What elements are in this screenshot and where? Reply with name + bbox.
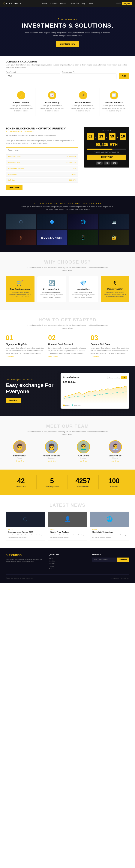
news-date-2: July 14 xyxy=(92,529,127,530)
feature-icon-1: 📈 xyxy=(48,91,56,99)
payment-btc: BTC xyxy=(111,161,117,164)
countdown-minutes: 59 xyxy=(109,133,115,140)
token-search-input[interactable] xyxy=(6,148,78,153)
news-heading: LATEST NEWS xyxy=(6,502,129,508)
feature-title-0: Instant Connect xyxy=(9,101,33,103)
why-icon-0: 🛒 xyxy=(8,280,32,286)
countdown-label: ICO Ends In xyxy=(87,130,126,132)
footer-link-3[interactable]: Portfolio xyxy=(49,565,86,567)
member-role-2: Designer xyxy=(69,457,98,459)
nav-portfolio[interactable]: Portfolio xyxy=(60,2,67,4)
nav-token[interactable]: Token Sale xyxy=(70,2,79,4)
step-link-0[interactable]: Learn More › xyxy=(6,356,15,358)
token-right: ICO Ends In 01 : 23 : 59 : 16 98,235 ETH… xyxy=(84,127,129,190)
footer-newsletter-form: Subscribe xyxy=(92,558,129,562)
nav-about[interactable]: About Us xyxy=(50,2,58,4)
footer-logo: BLT CURICO xyxy=(6,554,43,557)
nav-register[interactable]: Register xyxy=(122,2,132,5)
step-num-2: 03 xyxy=(91,334,129,342)
member-name-3: JONATHAN GO xyxy=(101,455,129,457)
footer-newsletter-title: Newsletter xyxy=(92,554,129,556)
payment-icons: VISA MC BTC xyxy=(87,161,126,164)
countdown-hours: 23 xyxy=(98,133,105,140)
footer-copyright: © 2024 BLT Curico. All Rights Reserved. xyxy=(6,577,33,579)
why-section: WHY CHOOSE US? Lorem ipsum dolor sit ame… xyxy=(0,252,135,310)
why-icon-2: 💎 xyxy=(72,280,95,286)
footer-col-newsletter: Newsletter Subscribe xyxy=(92,554,129,571)
eth-sub: RAISED AMOUNT TO REACHED xyxy=(87,151,126,153)
grid-img-7: 🔐 xyxy=(99,230,129,245)
step-desc-1: Lorem ipsum dolor sit amet, consectetur … xyxy=(48,347,87,355)
nav-login[interactable]: Login xyxy=(116,2,121,5)
news-desc-1: Lorem ipsum dolor sit amet, consectetur … xyxy=(50,534,85,538)
nav-blog[interactable]: Blog xyxy=(81,2,85,4)
footer-link-0[interactable]: Home xyxy=(49,558,86,559)
invest-button[interactable]: INVEST NOW xyxy=(87,155,126,160)
exchange-tag: That Changed The World xyxy=(6,379,55,381)
token-learn-more-button[interactable]: Learn More xyxy=(6,185,23,190)
nav-home[interactable]: Home xyxy=(42,2,47,4)
hero-title: INVESTMENTS & SOLUTIONS. xyxy=(7,22,128,29)
chart-tab-1d[interactable]: 1D xyxy=(107,376,113,379)
member-role-1: Developer xyxy=(37,457,66,459)
news-section: LATEST NEWS ⬡ July 10 Cryptocurrency Tre… xyxy=(0,495,135,548)
news-desc-0: Lorem ipsum dolor sit amet, consectetur … xyxy=(8,534,43,538)
news-img-1: 👤 xyxy=(48,512,87,527)
news-img-0: ⬡ xyxy=(6,512,45,527)
token-row-label-0: Token Sale Start xyxy=(8,156,21,158)
token-subtitle: BLOCKCHAIN CRYPTOCURRENCY xyxy=(6,131,78,133)
calc-row: From Amount From Amount To Add xyxy=(6,71,129,79)
nav-auth: Login Register xyxy=(116,2,132,5)
footer-newsletter-input[interactable] xyxy=(92,558,116,562)
progress-fill xyxy=(87,149,113,150)
token-row-4: Soft Cap 500 ETH xyxy=(6,178,78,183)
stat-1: 5 Years Experience xyxy=(37,475,67,490)
features-section: ⚡ Instant Connect Lorem ipsum dolor sit … xyxy=(0,82,135,121)
why-icon-3: € xyxy=(103,280,127,286)
token-row-1: Token Sale End 31 Dec 2024 xyxy=(6,160,78,165)
nav-contact[interactable]: Contact xyxy=(88,2,94,4)
calc-to-input[interactable] xyxy=(62,73,116,79)
news-date-1: July 12 xyxy=(50,529,85,530)
grid-img-4: ₿ xyxy=(6,230,36,245)
footer-link-4[interactable]: Contact xyxy=(49,568,86,570)
calc-from-input[interactable] xyxy=(6,73,60,79)
footer-link-2[interactable]: Services xyxy=(49,563,86,564)
feature-card-1: 📈 Instant Trading Lorem ipsum dolor sit … xyxy=(38,88,66,116)
why-title-1: Exchange Crypto xyxy=(40,288,64,290)
why-title-3: Money Transfer xyxy=(103,288,127,290)
chart-tab-1m[interactable]: 1M xyxy=(121,376,127,379)
team-description: Lorem ipsum dolor sit amet, consectetur … xyxy=(24,430,111,436)
chart-tab-1w[interactable]: 1W xyxy=(114,376,120,379)
step-desc-0: Lorem ipsum dolor sit amet, consectetur … xyxy=(6,347,44,355)
footer-newsletter-button[interactable]: Subscribe xyxy=(116,558,129,562)
footer-link-1[interactable]: About Us xyxy=(49,560,86,562)
news-body-1: July 12 Bitcoin Price Analysis Lorem ips… xyxy=(48,527,87,540)
feature-title-3: Detailed Statistics xyxy=(102,101,126,103)
step-desc-2: Lorem ipsum dolor sit amet, consectetur … xyxy=(91,347,129,355)
why-card-2: 💎 Invest & Earn Lorem ipsum dolor sit am… xyxy=(69,276,98,302)
footer: BLT CURICO Lorem ipsum dolor sit amet, c… xyxy=(0,548,135,583)
why-desc-0: Lorem ipsum dolor sit amet, consectetur … xyxy=(8,291,32,298)
feature-card-2: 💰 No Hidden Fees Lorem ipsum dolor sit a… xyxy=(69,88,97,116)
feature-card-0: ⚡ Instant Connect Lorem ipsum dolor sit … xyxy=(7,88,35,116)
news-body-0: July 10 Cryptocurrency Trends 2024 Lorem… xyxy=(6,527,45,540)
hero-cta-button[interactable]: Buy Coins Now xyxy=(56,41,79,47)
countdown-days: 01 xyxy=(87,133,94,140)
step-link-2[interactable]: Learn More › xyxy=(91,356,100,358)
calc-title: CURRENCY CALCULATOR xyxy=(6,60,129,63)
news-img-2: 🌐 xyxy=(90,512,129,527)
feature-icon-0: ⚡ xyxy=(17,91,25,99)
exchange-button[interactable]: Buy Now xyxy=(6,398,21,403)
stat-0: 42 Crypto Coins xyxy=(6,475,37,490)
legend-bitcoin: Bitcoin xyxy=(63,404,70,406)
stat-num-3: 100 xyxy=(101,477,128,485)
step-link-1[interactable]: Learn More › xyxy=(48,356,58,358)
feature-desc-0: Lorem ipsum dolor sit amet, consectetur … xyxy=(9,105,33,112)
calc-add-button[interactable]: Add xyxy=(119,73,129,79)
stat-label-3: Countries xyxy=(101,486,128,488)
nav-logo[interactable]: ⬡ BLT CURICO xyxy=(3,2,21,5)
how-step-0: 01 Sign up for BuyCoin Lorem ipsum dolor… xyxy=(6,334,44,358)
stat-label-1: Years Experience xyxy=(38,486,65,488)
feature-desc-3: Lorem ipsum dolor sit amet, consectetur … xyxy=(102,105,126,112)
